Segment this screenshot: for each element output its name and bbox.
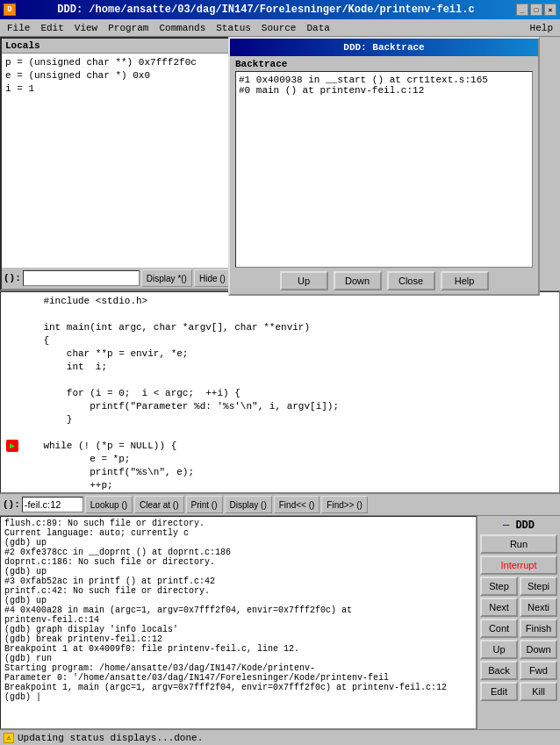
console-line-19: Breakpoint 1, main (argc=1, argv=0x7fff2… — [4, 683, 472, 692]
menu-data[interactable]: Data — [301, 22, 334, 34]
title-bar-buttons: _ □ × — [516, 4, 556, 16]
back-pair: Back Fwd — [480, 661, 557, 680]
minimize-button[interactable]: _ — [516, 4, 528, 16]
console-line-16: Starting program: /home/ansatte/03/dag/I… — [4, 663, 472, 673]
back-btn[interactable]: Back — [480, 661, 518, 680]
edit-btn[interactable]: Edit — [480, 682, 518, 701]
console-line-12: (gdb) graph display 'info locals' — [4, 625, 472, 634]
local-var-i-text: i = 1 — [5, 83, 34, 94]
status-icon: ⚠ — [4, 733, 14, 743]
code-line-11 — [4, 426, 556, 439]
code-line-16: } — [4, 491, 556, 493]
console-line-17: Parameter 0: '/home/ansatte/03/dag/IN147… — [4, 673, 472, 683]
code-text-10: } — [20, 414, 72, 425]
stop-icon: ▶ — [6, 440, 18, 452]
cont-btn[interactable]: Cont — [480, 619, 518, 638]
find-prev-btn[interactable]: Find<< () — [274, 496, 320, 513]
local-var-p: p = (unsigned char **) 0x7fff2f0c — [5, 55, 227, 68]
menu-program[interactable]: Program — [103, 22, 154, 34]
edit-pair: Edit Kill — [480, 682, 557, 701]
app-icon: D — [4, 4, 16, 16]
console-line-5: doprnt.c:186: No such file or directory. — [4, 557, 472, 567]
code-text-13: e = *p; — [20, 454, 130, 464]
code-line-9: printf("Parameter %d: '%s'\n", i, argv[i… — [4, 399, 556, 412]
backtrace-buttons: Up Down Close Help — [230, 268, 538, 294]
cmd-bar: (): Lookup () Clear at () Print () Displ… — [0, 493, 560, 516]
code-section: #include <stdio.h> int main(int argc, ch… — [0, 291, 560, 493]
console-panel[interactable]: flush.c:89: No such file or directory. C… — [0, 516, 477, 729]
locals-header: Locals — [2, 39, 231, 54]
top-section: Locals p = (unsigned char **) 0x7fff2f0c… — [0, 37, 560, 291]
main-container: Locals p = (unsigned char **) 0x7fff2f0c… — [0, 37, 560, 745]
display-btn[interactable]: Display *() — [141, 269, 192, 287]
code-text-15: ++p; — [20, 480, 113, 491]
print-btn[interactable]: Print () — [186, 496, 223, 513]
backtrace-line-2: #0 main () at printenv-feil.c:12 — [239, 85, 529, 96]
code-text-4: { — [20, 335, 49, 346]
cmd-input[interactable] — [22, 497, 83, 512]
menu-source[interactable]: Source — [256, 22, 302, 34]
display-btn2[interactable]: Display () — [225, 496, 272, 513]
console-line-8: printf.c:42: No such file or directory. — [4, 586, 472, 596]
step-btn[interactable]: Step — [480, 577, 518, 596]
next-btn[interactable]: Next — [480, 598, 518, 617]
code-line-7 — [4, 373, 556, 386]
local-var-e-text: e = (unsigned char *) 0x0 — [5, 70, 150, 81]
backtrace-title-text: DDD: Backtrace — [343, 42, 424, 53]
menu-bar: File Edit View Program Commands Status S… — [0, 19, 560, 37]
cmd-prompt: (): — [3, 499, 20, 510]
console-line-14: Breakpoint 1 at 0x4009f0: file printenv-… — [4, 644, 472, 654]
code-line-3: int main(int argc, char *argv[], char **… — [4, 320, 556, 333]
up-btn[interactable]: Up — [480, 640, 518, 659]
local-var-p-text: p = (unsigned char **) 0x7fff2f0c — [5, 57, 197, 68]
code-line-8: for (i = 0; i < argc; ++i) { — [4, 386, 556, 399]
code-text-6: int i; — [20, 362, 107, 372]
backtrace-down-btn[interactable]: Down — [334, 271, 382, 290]
menu-file[interactable]: File — [2, 22, 35, 34]
console-line-3: (gdb) up — [4, 538, 472, 548]
backtrace-content: #1 0x400938 in __start () at crt1text.s:… — [235, 71, 533, 268]
find-next-btn[interactable]: Find>> () — [321, 496, 368, 513]
backtrace-dialog: DDD: Backtrace Backtrace #1 0x400938 in … — [228, 37, 540, 296]
menu-commands[interactable]: Commands — [154, 22, 211, 34]
menu-help[interactable]: Help — [525, 22, 558, 34]
backtrace-up-btn[interactable]: Up — [280, 271, 328, 290]
finish-btn[interactable]: Finish — [520, 619, 557, 638]
step-pair: Step Stepi — [480, 577, 557, 596]
close-button[interactable]: × — [544, 4, 556, 16]
arrow-marker-12: ▶ — [10, 441, 15, 451]
console-line-6: (gdb) up — [4, 567, 472, 577]
local-var-i: i = 1 — [5, 82, 227, 95]
code-line-10: } — [4, 412, 556, 426]
bottom-section: flush.c:89: No such file or directory. C… — [0, 516, 560, 729]
code-line-14: printf("%s\n", e); — [4, 465, 556, 478]
locals-input[interactable] — [23, 270, 140, 286]
stepi-btn[interactable]: Stepi — [520, 577, 557, 596]
interrupt-btn[interactable]: Interrupt — [480, 555, 557, 575]
code-text-9: printf("Parameter %d: '%s'\n", i, argv[i… — [20, 401, 339, 412]
local-var-e: e = (unsigned char *) 0x0 — [5, 68, 227, 82]
fwd-btn[interactable]: Fwd — [520, 661, 557, 680]
menu-edit[interactable]: Edit — [35, 22, 68, 34]
menu-view[interactable]: View — [69, 22, 103, 34]
hide-btn[interactable]: Hide () — [194, 269, 231, 287]
console-line-7: #3 0xfab52ac in printf () at printf.c:42 — [4, 577, 472, 586]
run-btn[interactable]: Run — [480, 534, 557, 554]
clear-at-btn[interactable]: Clear at () — [134, 496, 183, 513]
lookup-btn[interactable]: Lookup () — [85, 496, 133, 513]
menu-status[interactable]: Status — [211, 22, 256, 34]
next-pair: Next Nexti — [480, 598, 557, 617]
console-line-10: #4 0x400a28 in main (argc=1, argv=0x7fff… — [4, 605, 472, 615]
console-line-9: (gdb) up — [4, 596, 472, 605]
kill-btn[interactable]: Kill — [520, 682, 557, 701]
maximize-button[interactable]: □ — [530, 4, 542, 16]
code-text-16: } — [20, 493, 72, 494]
backtrace-help-btn[interactable]: Help — [441, 271, 489, 290]
ddd-panel-title: ─ DDD — [480, 519, 557, 533]
nexti-btn[interactable]: Nexti — [520, 598, 557, 617]
backtrace-close-btn[interactable]: Close — [387, 271, 435, 290]
title-bar: D DDD: /home/ansatte/03/dag/IN147/Forele… — [0, 0, 560, 19]
code-text-1: #include <stdio.h> — [20, 296, 147, 306]
down-btn[interactable]: Down — [520, 640, 557, 659]
ddd-panel: ─ DDD Run Interrupt Step Stepi Next Next… — [477, 516, 560, 729]
